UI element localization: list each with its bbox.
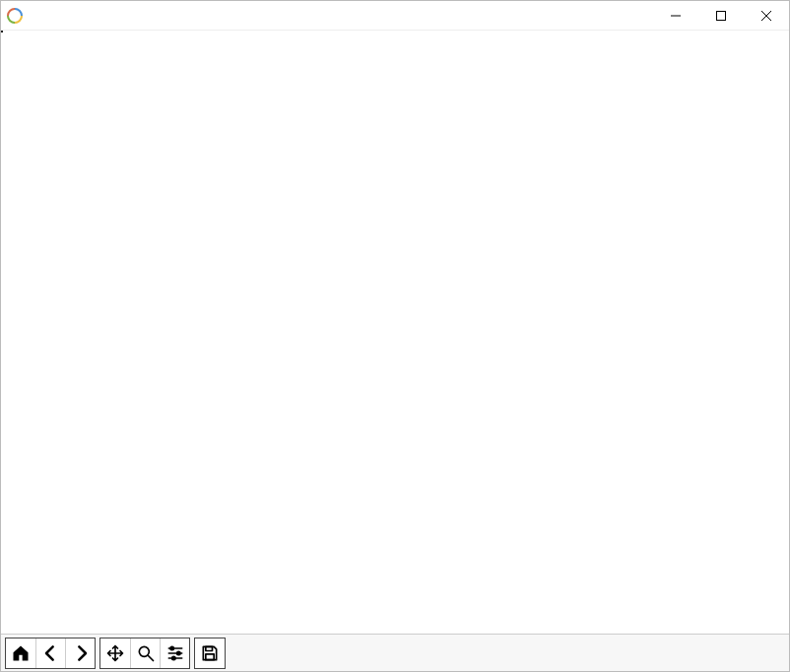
svg-point-10: [170, 646, 173, 649]
pan-button[interactable]: [100, 638, 130, 668]
svg-rect-14: [206, 653, 214, 659]
minimize-button[interactable]: [653, 1, 698, 30]
window-controls: [653, 1, 789, 30]
window-titlebar: [1, 1, 789, 31]
figure-canvas[interactable]: [1, 31, 789, 634]
svg-point-11: [176, 651, 179, 654]
close-button[interactable]: [744, 1, 789, 30]
navigation-toolbar: [1, 634, 789, 671]
svg-point-12: [171, 656, 174, 659]
app-icon: [7, 8, 23, 24]
save-button[interactable]: [195, 638, 225, 668]
zoom-button[interactable]: [130, 638, 160, 668]
home-button[interactable]: [6, 638, 35, 668]
back-button[interactable]: [35, 638, 65, 668]
axes: [1, 31, 3, 33]
configure-subplots-button[interactable]: [160, 638, 189, 668]
svg-rect-2: [717, 11, 726, 20]
svg-rect-13: [206, 646, 213, 650]
svg-point-5: [139, 646, 149, 656]
svg-line-6: [148, 655, 153, 660]
maximize-button[interactable]: [698, 1, 744, 30]
forward-button[interactable]: [65, 638, 95, 668]
